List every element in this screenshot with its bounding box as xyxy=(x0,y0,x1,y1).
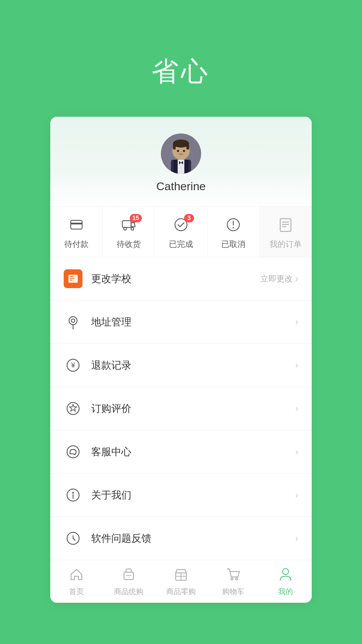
reviews-label: 订购评价 xyxy=(91,402,295,416)
home-icon xyxy=(69,567,84,584)
username: Catherine xyxy=(156,180,205,193)
completed-badge: 3 xyxy=(184,214,194,222)
svg-rect-15 xyxy=(122,221,131,227)
customer-service-icon xyxy=(64,442,82,461)
bulk-buy-icon xyxy=(121,567,136,584)
bulk-buy-nav-label: 商品统购 xyxy=(114,587,143,597)
address-icon xyxy=(64,313,82,331)
change-school-right-text: 立即更改 xyxy=(260,273,293,284)
nav-cart[interactable]: 购物车 xyxy=(207,560,259,603)
change-school-label: 更改学校 xyxy=(91,272,260,286)
tab-pending-delivery[interactable]: 15 待收货 xyxy=(103,207,155,257)
about-icon xyxy=(64,486,82,504)
tab-completed[interactable]: 3 已完成 xyxy=(155,207,207,257)
pending-payment-icon xyxy=(69,218,83,234)
delivery-badge: 15 xyxy=(130,214,142,222)
svg-rect-14 xyxy=(71,223,82,224)
svg-point-11 xyxy=(177,150,179,152)
customer-service-label: 客服中心 xyxy=(91,445,295,459)
app-title: 省心 xyxy=(152,54,210,90)
mine-icon xyxy=(278,567,293,584)
nav-retail[interactable]: 商品零购 xyxy=(155,560,207,603)
cart-nav-label: 购物车 xyxy=(222,587,244,597)
my-orders-icon xyxy=(279,217,292,234)
reviews-chevron: › xyxy=(295,403,298,414)
svg-rect-9 xyxy=(173,144,176,150)
menu-item-refund[interactable]: ¥ 退款记录 › xyxy=(50,344,312,387)
svg-point-16 xyxy=(124,227,126,230)
refund-icon: ¥ xyxy=(64,356,82,375)
home-nav-label: 首页 xyxy=(69,587,84,597)
feedback-chevron: › xyxy=(295,533,298,544)
menu-item-address[interactable]: 地址管理 › xyxy=(50,301,312,344)
feedback-icon xyxy=(64,529,82,548)
retail-nav-label: 商品零购 xyxy=(166,587,196,597)
svg-rect-6 xyxy=(184,160,188,174)
profile-header: Catherine xyxy=(50,117,312,206)
about-label: 关于我们 xyxy=(91,488,295,502)
tab-pending-delivery-label: 待收货 xyxy=(117,239,141,250)
cancelled-icon xyxy=(226,218,240,234)
about-chevron: › xyxy=(295,490,298,500)
svg-point-20 xyxy=(233,227,234,228)
svg-point-30 xyxy=(71,319,75,322)
menu-item-feedback[interactable]: 软件问题反馈 › xyxy=(50,517,312,560)
nav-bulk-buy[interactable]: 商品统购 xyxy=(103,560,155,603)
tab-my-orders[interactable]: 我的订单 xyxy=(260,207,312,257)
refund-label: 退款记录 xyxy=(91,359,295,372)
menu-item-reviews[interactable]: 订购评价 › xyxy=(50,387,312,430)
menu-item-change-school[interactable]: 更改学校 立即更改 › xyxy=(50,257,312,301)
refund-chevron: › xyxy=(295,360,298,371)
feedback-label: 软件问题反馈 xyxy=(91,532,295,545)
tab-pending-payment-label: 待付款 xyxy=(64,239,88,250)
nav-mine[interactable]: 我的 xyxy=(259,560,312,603)
svg-rect-10 xyxy=(186,144,189,150)
avatar[interactable] xyxy=(161,133,201,174)
svg-point-46 xyxy=(236,578,238,580)
svg-rect-13 xyxy=(71,220,82,229)
chevron-icon: › xyxy=(295,273,298,284)
customer-service-chevron: › xyxy=(295,446,298,457)
tab-cancelled-label: 已取消 xyxy=(221,239,245,250)
tab-my-orders-label: 我的订单 xyxy=(269,239,302,250)
tab-cancelled[interactable]: 已取消 xyxy=(207,207,260,257)
reviews-icon xyxy=(64,399,82,418)
tab-pending-payment[interactable]: 待付款 xyxy=(50,207,103,257)
svg-point-36 xyxy=(72,492,74,494)
svg-point-17 xyxy=(131,227,134,230)
svg-point-45 xyxy=(231,578,233,580)
menu-item-customer-service[interactable]: 客服中心 › xyxy=(50,430,312,474)
svg-point-12 xyxy=(183,150,185,152)
nav-home[interactable]: 首页 xyxy=(50,560,103,603)
change-school-icon xyxy=(64,269,82,288)
svg-point-34 xyxy=(67,446,79,458)
svg-text:¥: ¥ xyxy=(71,361,75,369)
retail-icon xyxy=(174,567,188,584)
svg-point-29 xyxy=(69,317,77,325)
svg-rect-5 xyxy=(174,160,178,174)
svg-rect-21 xyxy=(280,219,291,231)
svg-rect-2 xyxy=(177,160,185,174)
cart-icon xyxy=(226,567,241,584)
tab-completed-label: 已完成 xyxy=(169,239,193,250)
menu-list: 更改学校 立即更改 › 地址管理 › xyxy=(50,257,312,560)
menu-item-about[interactable]: 关于我们 › xyxy=(50,474,312,517)
svg-point-47 xyxy=(283,569,289,575)
main-card: Catherine 待付款 xyxy=(50,117,312,603)
change-school-right: 立即更改 › xyxy=(260,273,298,284)
bottom-nav: 首页 商品统购 商品零购 xyxy=(50,560,312,603)
address-label: 地址管理 xyxy=(91,315,295,329)
order-tabs: 待付款 15 待收货 xyxy=(50,206,312,257)
mine-nav-label: 我的 xyxy=(278,587,293,597)
address-chevron: › xyxy=(295,317,298,327)
